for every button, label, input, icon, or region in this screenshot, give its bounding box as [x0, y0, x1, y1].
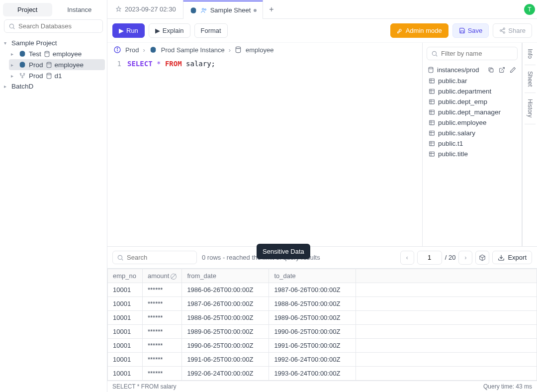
table-icon: [429, 88, 435, 95]
rail-tab-info[interactable]: Info: [525, 43, 536, 65]
branch-icon: [18, 72, 26, 80]
breadcrumb-db[interactable]: employee: [246, 46, 273, 54]
avatar[interactable]: T: [524, 4, 535, 15]
svg-line-23: [501, 68, 504, 71]
share-icon: [499, 27, 506, 34]
run-button[interactable]: ▶ Run: [112, 23, 145, 38]
cell-from-date: 1988-06-25T00:00:00Z: [182, 311, 269, 325]
schema-filter[interactable]: [427, 47, 518, 60]
svg-rect-36: [430, 120, 435, 125]
schema-table-item[interactable]: public.department: [423, 86, 522, 97]
cell-amount: ******: [143, 339, 182, 353]
table-row[interactable]: 10001******1991-06-25T00:00:00Z1992-06-2…: [108, 353, 537, 367]
schema-path: instances/prod: [437, 66, 479, 74]
page-input[interactable]: [417, 251, 442, 265]
svg-point-8: [202, 8, 204, 10]
tree-item-prod-employee[interactable]: ▸ Prod employee: [9, 59, 105, 70]
save-label: Save: [468, 27, 483, 34]
schema-table-item[interactable]: public.employee: [423, 117, 522, 128]
admin-mode-button[interactable]: Admin mode: [390, 23, 448, 38]
wrench-icon: [397, 27, 403, 34]
svg-point-19: [432, 51, 436, 55]
next-page-button[interactable]: ›: [458, 251, 472, 265]
sidebar-tab-project[interactable]: Project: [3, 3, 52, 16]
editor-tabs: 2023-09-27 02:30 Sample Sheet + T: [107, 0, 537, 19]
breadcrumb-env[interactable]: Prod: [125, 46, 139, 54]
svg-point-7: [47, 73, 51, 75]
tree-project-batchd[interactable]: ▸ BatchD: [2, 81, 105, 92]
table-icon: [429, 151, 435, 157]
unsaved-dot-icon: [254, 9, 257, 12]
info-icon[interactable]: [113, 46, 121, 54]
schema-table-item[interactable]: public.t1: [423, 138, 522, 149]
save-button[interactable]: Save: [452, 23, 489, 38]
cell-from-date: 1990-06-25T00:00:00Z: [182, 339, 269, 353]
cell-amount: ******: [143, 283, 182, 297]
col-emp-no[interactable]: emp_no: [108, 269, 143, 283]
editor-tab-2[interactable]: Sample Sheet: [183, 0, 264, 19]
col-amount[interactable]: amount: [143, 269, 182, 283]
table-row[interactable]: 10001******1990-06-25T00:00:00Z1991-06-2…: [108, 339, 537, 353]
cell-emp-no: 10001: [108, 283, 143, 297]
sql-editor[interactable]: 1 SELECT * FROM salary;: [107, 57, 422, 246]
export-button[interactable]: Export: [492, 251, 532, 264]
results-search[interactable]: [112, 251, 197, 264]
env-label: Prod: [29, 61, 43, 69]
schema-table-item[interactable]: public.salary: [423, 128, 522, 138]
db-label: d1: [55, 72, 62, 80]
tree-item-prod-d1[interactable]: ▸ Prod d1: [9, 70, 105, 81]
cube-button[interactable]: [475, 251, 489, 265]
results-toolbar: Sensitive Data 0 rows - reached the limi…: [107, 246, 537, 268]
schema-table-item[interactable]: public.title: [423, 149, 522, 159]
schema-table-item[interactable]: public.dept_emp: [423, 97, 522, 107]
status-time: Query time: 43 ms: [483, 383, 532, 390]
postgres-icon: [149, 46, 157, 54]
svg-rect-33: [430, 110, 435, 114]
svg-point-5: [23, 73, 24, 74]
share-button[interactable]: Share: [493, 23, 532, 38]
search-databases-input[interactable]: [18, 22, 102, 30]
sidebar: Project Instance ▾ Sample Project: [0, 0, 107, 392]
chevron-right-icon: ▸: [11, 62, 16, 68]
format-button[interactable]: Format: [194, 23, 228, 38]
editor-tab-1[interactable]: 2023-09-27 02:30: [109, 0, 182, 18]
cell-to-date: 1989-06-25T00:00:00Z: [269, 311, 356, 325]
search-icon: [117, 254, 124, 261]
prev-page-button[interactable]: ‹: [400, 251, 414, 265]
rail-tab-sheet[interactable]: Sheet: [525, 65, 536, 93]
page-total: / 20: [445, 254, 456, 261]
database-icon: [44, 51, 50, 57]
users-icon: [200, 7, 207, 14]
rail-tab-history[interactable]: History: [525, 93, 536, 124]
db-label: employee: [53, 50, 82, 58]
results-search-input[interactable]: [127, 254, 192, 261]
cell-to-date: 1988-06-25T00:00:00Z: [269, 297, 356, 311]
search-databases[interactable]: [4, 19, 103, 33]
svg-rect-30: [430, 99, 435, 104]
tree-project-sample[interactable]: ▾ Sample Project: [2, 38, 105, 48]
sidebar-tab-instance[interactable]: Instance: [55, 3, 104, 16]
table-row[interactable]: 10001******1988-06-25T00:00:00Z1989-06-2…: [108, 311, 537, 325]
schema-table-item[interactable]: public.dept_manager: [423, 107, 522, 117]
explain-button[interactable]: ▶ Explain: [149, 23, 190, 38]
col-to-date[interactable]: to_date: [269, 269, 356, 283]
cell-spacer: [356, 339, 537, 353]
schema-table-item[interactable]: public.bar: [423, 76, 522, 86]
breadcrumb-instance[interactable]: Prod Sample Instance: [161, 46, 225, 54]
table-row[interactable]: 10001******1989-06-25T00:00:00Z1990-06-2…: [108, 325, 537, 339]
tree-item-test-employee[interactable]: ▸ Test employee: [9, 48, 105, 59]
download-icon: [498, 254, 505, 261]
new-tab-button[interactable]: +: [264, 5, 278, 14]
table-row[interactable]: 10001******1992-06-24T00:00:00Z1993-06-2…: [108, 367, 537, 381]
external-link-icon[interactable]: [498, 67, 506, 73]
copy-icon[interactable]: [487, 67, 495, 73]
search-icon: [8, 23, 15, 30]
schema-table-name: public.bar: [438, 77, 467, 85]
col-from-date[interactable]: from_date: [182, 269, 269, 283]
table-row[interactable]: 10001******1987-06-26T00:00:00Z1988-06-2…: [108, 297, 537, 311]
edit-icon[interactable]: [509, 67, 517, 73]
cell-amount: ******: [143, 297, 182, 311]
schema-filter-input[interactable]: [441, 50, 525, 57]
table-row[interactable]: 10001******1986-06-26T00:00:00Z1987-06-2…: [108, 283, 537, 297]
cell-spacer: [356, 311, 537, 325]
